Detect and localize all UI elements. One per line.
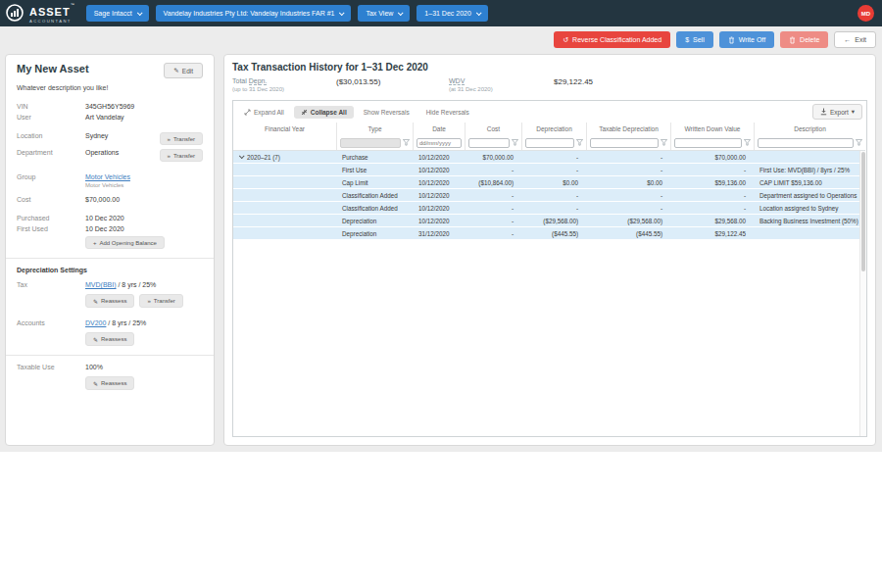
column-header-cost[interactable]: Cost	[465, 122, 521, 135]
financial-year-group-label: 2020–21 (7)	[247, 154, 280, 161]
trash-icon	[728, 36, 735, 44]
filter-icon[interactable]	[661, 139, 667, 146]
download-icon	[820, 108, 827, 116]
filter-icon[interactable]	[856, 139, 862, 146]
depreciation-settings-heading: Depreciation Settings	[6, 267, 214, 273]
dollar-icon: $	[685, 36, 689, 43]
date-filter-input[interactable]	[416, 138, 462, 148]
transfer-tax-button[interactable]: » Transfer	[139, 294, 182, 308]
department-label: Department	[17, 149, 83, 156]
accounts-method-link[interactable]: DV200	[85, 319, 106, 326]
depreciation-filter-input[interactable]	[525, 138, 574, 148]
export-button[interactable]: Export ▾	[812, 104, 862, 120]
collapse-group-icon[interactable]	[239, 153, 245, 159]
column-header-depreciation[interactable]: Depreciation	[521, 122, 586, 135]
vin-value: 345GH56Y5969	[85, 103, 201, 110]
tax-method-link[interactable]: MVD(BBI)	[85, 281, 117, 288]
cell-date: 31/12/2020	[413, 227, 465, 239]
scrollbar-thumb[interactable]	[861, 152, 865, 271]
transaction-table: Expand All Collapse All Show Reversals H…	[232, 100, 867, 437]
description-filter-input[interactable]	[758, 138, 854, 148]
filter-icon[interactable]	[403, 139, 410, 146]
transaction-history-panel: Tax Transaction History for 1–31 Dec 202…	[223, 54, 876, 446]
view-menu[interactable]: Tax View	[358, 5, 410, 22]
cell-description: Location assigned to Sydney	[754, 202, 865, 214]
group-sublabel: Motor Vehicles	[85, 182, 201, 188]
edit-label: Edit	[182, 68, 193, 74]
reassess-tax-button[interactable]: ✎ Reassess	[85, 294, 134, 308]
view-menu-label: Tax View	[366, 10, 393, 17]
table-row: Cap Limit 10/12/2020 ($10,864.00) $0.00 …	[233, 176, 865, 189]
pencil-icon: ✎	[173, 67, 178, 74]
transfer-location-button[interactable]: » Transfer	[160, 132, 203, 145]
first-used-label: First Used	[17, 225, 83, 232]
double-chevron-icon: »	[168, 136, 171, 142]
column-header-financial-year[interactable]: Financial Year	[233, 122, 336, 135]
write-off-button[interactable]: Write Off	[719, 31, 774, 48]
add-opening-balance-button[interactable]: + Add Opening Balance	[85, 236, 165, 249]
table-scrollbar[interactable]	[859, 151, 866, 436]
transfer-department-button[interactable]: » Transfer	[160, 149, 203, 162]
location-label: Location	[17, 132, 83, 139]
delete-button[interactable]: Delete	[780, 31, 828, 48]
table-filter-row	[233, 135, 865, 151]
user-avatar[interactable]: MD	[858, 5, 874, 22]
caret-down-icon: ▾	[852, 108, 855, 116]
collapse-all-button[interactable]: Collapse All	[294, 106, 354, 119]
cell-type: Classification Added	[336, 189, 413, 201]
group-link[interactable]: Motor Vehicles	[85, 173, 130, 180]
write-off-label: Write Off	[739, 36, 765, 43]
column-header-date[interactable]: Date	[413, 122, 465, 135]
filter-icon[interactable]	[512, 139, 518, 146]
cell-type: Classification Added	[336, 202, 413, 214]
asset-action-bar: ↺ Reverse Classification Added $ Sell Wr…	[554, 31, 876, 48]
company-register-menu[interactable]: Vandelay Industries Pty Ltd: Vandelay In…	[156, 5, 352, 22]
cell-description: Backing Business Investment (50%)	[754, 215, 865, 226]
exit-button[interactable]: ← Exit	[834, 31, 876, 48]
written-down-value-filter-input[interactable]	[674, 138, 742, 148]
sell-button[interactable]: $ Sell	[676, 31, 713, 48]
filter-icon[interactable]	[576, 139, 583, 146]
add-opening-balance-label: Add Opening Balance	[100, 240, 157, 246]
cell-depreciation: -	[521, 202, 586, 214]
transfer-label: Transfer	[154, 298, 175, 304]
table-toolbar: Expand All Collapse All Show Reversals H…	[233, 101, 866, 122]
cell-cost: -	[465, 202, 521, 214]
period-menu[interactable]: 1–31 Dec 2020	[416, 5, 487, 22]
cell-date: 10/12/2020	[413, 176, 465, 188]
cell-depreciation: -	[521, 164, 586, 175]
cost-label: Cost	[17, 196, 83, 203]
expand-all-button[interactable]: Expand All	[237, 106, 291, 119]
company-register-menu-label: Vandelay Industries Pty Ltd: Vandelay In…	[164, 10, 335, 17]
column-header-type[interactable]: Type	[336, 122, 413, 135]
cell-cost: -	[465, 189, 521, 201]
cell-description	[754, 227, 865, 239]
total-depn-value: ($30,013.55)	[336, 77, 449, 86]
table-row: First Use 10/12/2020 - - - - First Use: …	[233, 164, 865, 176]
column-header-description[interactable]: Description	[754, 122, 865, 135]
edit-asset-button[interactable]: ✎ Edit	[164, 63, 203, 78]
cell-depreciation: ($445.55)	[521, 227, 586, 239]
column-header-taxable-depreciation[interactable]: Taxable Depreciation	[586, 122, 670, 135]
reassess-accounts-button[interactable]: ✎ Reassess	[85, 332, 134, 346]
purchased-value: 10 Dec 2020	[85, 215, 201, 221]
cell-taxable-depreciation: -	[586, 151, 670, 163]
department-value: Operations	[85, 149, 158, 156]
total-depn-prefix: Total	[232, 77, 249, 84]
column-header-written-down-value[interactable]: Written Down Value	[670, 122, 754, 135]
asset-title: My New Asset	[17, 63, 89, 74]
taxable-depreciation-filter-input[interactable]	[590, 138, 659, 148]
table-row: Depreciation 10/12/2020 - ($29,568.00) (…	[233, 215, 865, 227]
filter-icon[interactable]	[744, 139, 751, 146]
type-filter-input[interactable]	[340, 138, 401, 148]
tax-label: Tax	[17, 281, 83, 288]
cell-taxable-depreciation: -	[586, 189, 670, 201]
reverse-classification-button[interactable]: ↺ Reverse Classification Added	[554, 31, 670, 48]
reassess-taxable-use-button[interactable]: ✎ Reassess	[85, 376, 134, 390]
pencil-icon: ✎	[93, 380, 98, 387]
cost-filter-input[interactable]	[468, 138, 510, 148]
show-reversals-button[interactable]: Show Reversals	[357, 106, 416, 119]
integration-menu[interactable]: Sage Intacct	[86, 5, 149, 22]
cell-written-down-value: $59,136.00	[670, 176, 754, 188]
hide-reversals-button[interactable]: Hide Reversals	[419, 106, 476, 119]
